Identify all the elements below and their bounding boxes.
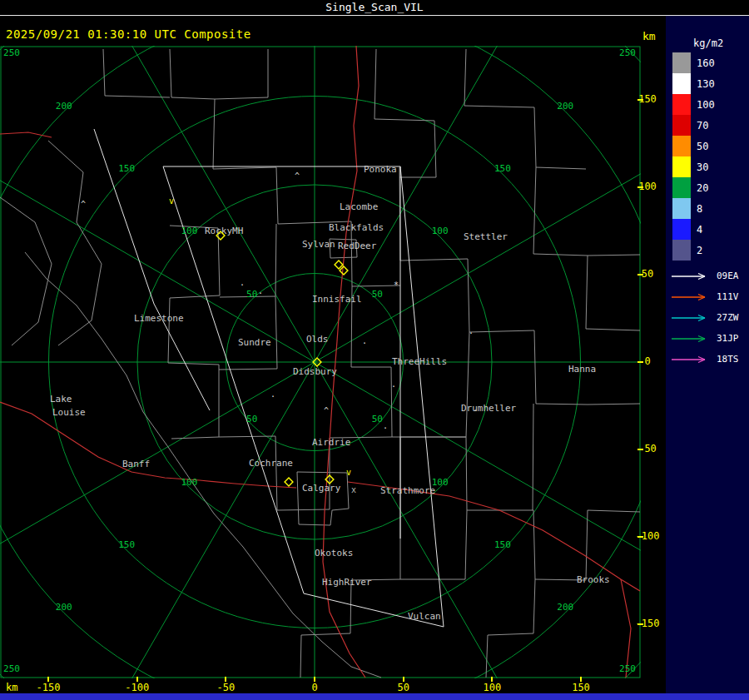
range-ring-label: 200 — [56, 602, 72, 613]
city-label: Louise — [52, 407, 86, 418]
city-label: Stettler — [464, 231, 508, 242]
city-label: HighRiver — [322, 577, 372, 588]
radial-line — [48, 362, 315, 678]
radar-map[interactable]: 5050505010010010010015015015015020020020… — [0, 46, 641, 678]
city-label: Vulcan — [408, 611, 441, 622]
x-tick-label: -150 — [37, 682, 61, 693]
county-boundary — [400, 332, 469, 437]
range-ring-label: 100 — [181, 477, 197, 488]
county-boundary — [301, 510, 400, 635]
city-label: ThreeHills — [392, 356, 447, 367]
range-ring-label: 150 — [118, 163, 135, 174]
range-ring-label: 150 — [494, 539, 511, 550]
colorbar-swatch — [672, 94, 691, 115]
y-tick-label: -150 — [629, 618, 666, 629]
x-tick-label: 0 — [311, 682, 317, 693]
radar-id: 111V — [717, 291, 739, 302]
colorbar-value: 8 — [697, 203, 702, 215]
range-ring-label: 50 — [372, 414, 383, 424]
radar-arrow-icon — [670, 334, 713, 344]
colorbar-value: 2 — [697, 245, 702, 256]
county-boundary — [300, 635, 301, 678]
range-ring-label: 200 — [557, 101, 573, 112]
city-label: Limestone — [134, 313, 184, 324]
radial-line — [0, 362, 315, 628]
x-axis-unit: km — [6, 682, 17, 693]
county-boundary — [486, 579, 535, 678]
map-marker: · — [362, 339, 367, 348]
colorbar-entry: 160 — [672, 52, 715, 73]
city-label: Brooks — [577, 574, 610, 585]
city-label: Okotoks — [315, 548, 353, 559]
county-boundary — [170, 49, 215, 99]
range-ring-label: 200 — [557, 602, 573, 613]
radar-site-marker — [285, 478, 293, 486]
x-tick-label: 150 — [572, 682, 590, 693]
map-marker: v — [169, 196, 174, 206]
colorbar-swatch — [672, 115, 691, 136]
city-label: Hanna — [568, 364, 596, 375]
radar-site-marker — [335, 261, 343, 269]
colorbar-value: 4 — [697, 224, 702, 236]
x-tick-label: -50 — [216, 682, 235, 693]
map-marker: ^ — [324, 406, 329, 415]
map-marker: ^ — [295, 171, 300, 181]
colorbar-swatch — [672, 219, 691, 240]
colorbar-entry: 70 — [672, 115, 715, 136]
x-tick-label: 50 — [397, 682, 409, 693]
legend-panel: kg/m2 16013010070503020842 09EA111V27ZW3… — [666, 16, 749, 693]
colorbar-swatch — [672, 156, 691, 177]
county-boundary — [374, 49, 436, 177]
colorbar-value: 160 — [697, 57, 715, 69]
county-boundary — [168, 363, 219, 439]
city-label: Cochrane — [249, 458, 293, 469]
colorbar-value: 30 — [697, 161, 708, 173]
map-marker: · — [240, 280, 245, 290]
radar-arrow-icon — [670, 313, 713, 323]
radar-id: 09EA — [717, 271, 739, 281]
map-marker: v — [346, 468, 351, 477]
radar-arrow-icon — [670, 292, 713, 302]
county-boundary — [469, 330, 640, 405]
county-boundary — [297, 472, 349, 525]
colorbar-entry: 20 — [672, 177, 715, 198]
radar-legend-entry: 09EA — [670, 266, 739, 286]
colorbar-swatch — [672, 177, 691, 198]
radar-arrow-icon — [670, 271, 713, 281]
radar-sector-boundary — [94, 129, 210, 410]
county-boundary — [586, 256, 640, 330]
colorbar-swatch — [672, 136, 691, 156]
colorbar-swatch — [672, 52, 691, 73]
x-tick-label: -100 — [125, 682, 149, 693]
colorbar-value: 50 — [697, 141, 708, 152]
app-window: Single_Scan_VIL 2025/09/21 01:30:10 UTC … — [0, 0, 749, 700]
radar-arrow-icon — [670, 355, 713, 365]
range-ring-label: 200 — [56, 101, 72, 112]
county-boundary — [392, 437, 586, 580]
radial-line — [315, 362, 581, 678]
radar-site-marker — [340, 266, 348, 275]
colorbar-list: 16013010070503020842 — [672, 52, 715, 261]
county-boundary — [0, 197, 52, 345]
colorbar-entry: 50 — [672, 136, 715, 156]
colorbar-swatch — [672, 73, 691, 94]
map-marker: · — [258, 289, 263, 298]
y-tick-label: 0 — [629, 355, 666, 367]
colorbar-value: 100 — [697, 99, 715, 111]
range-ring-label: 250 — [619, 663, 636, 674]
colorbar-entry: 4 — [672, 219, 715, 240]
radar-id: 31JP — [717, 333, 739, 344]
radar-id: 27ZW — [717, 312, 739, 323]
radar-legend-entry: 27ZW — [670, 307, 739, 328]
range-ring-label: 50 — [246, 289, 257, 300]
city-label: Lacombe — [340, 201, 378, 212]
county-boundary — [533, 167, 640, 256]
county-boundary — [213, 49, 268, 169]
y-tick-label: -50 — [629, 443, 666, 454]
range-ring-label: 100 — [181, 226, 197, 236]
range-ring-label: 150 — [118, 539, 135, 550]
map-marker: · — [270, 392, 275, 401]
city-label: Strathmore — [380, 485, 435, 496]
city-label: Lake — [50, 394, 72, 405]
x-tick-label: 100 — [483, 682, 501, 693]
